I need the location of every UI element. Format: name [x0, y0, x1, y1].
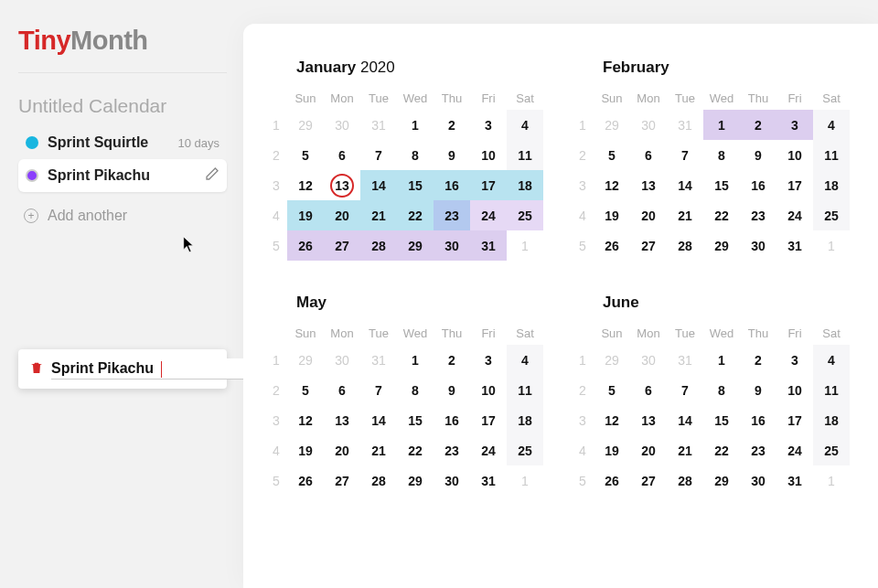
day-cell[interactable]: 20 [630, 435, 667, 465]
day-cell[interactable]: 20 [324, 200, 360, 230]
day-cell[interactable]: 3 [470, 110, 507, 140]
day-cell[interactable]: 5 [287, 375, 324, 405]
day-cell-today[interactable]: 13 [324, 170, 360, 200]
day-cell[interactable]: 4 [813, 110, 850, 140]
day-cell[interactable]: 26 [287, 230, 324, 261]
day-cell[interactable]: 31 [667, 345, 703, 375]
day-cell[interactable]: 17 [470, 170, 507, 200]
day-cell[interactable]: 7 [360, 375, 397, 405]
day-cell[interactable]: 22 [397, 435, 434, 465]
day-cell[interactable]: 26 [594, 465, 630, 496]
day-cell[interactable]: 24 [776, 435, 813, 465]
day-cell[interactable]: 9 [434, 140, 470, 170]
day-cell[interactable]: 25 [813, 435, 850, 465]
sprint-name-input[interactable] [51, 358, 243, 380]
day-cell[interactable]: 30 [434, 465, 470, 496]
day-cell[interactable]: 14 [360, 170, 397, 200]
day-cell[interactable]: 30 [324, 345, 360, 375]
day-cell[interactable]: 30 [324, 110, 360, 140]
day-cell[interactable]: 27 [630, 465, 667, 496]
day-cell[interactable]: 16 [434, 405, 470, 435]
day-cell[interactable]: 1 [507, 230, 543, 261]
day-cell[interactable]: 9 [740, 375, 776, 405]
day-cell[interactable]: 16 [740, 170, 776, 200]
day-cell[interactable]: 7 [360, 140, 397, 170]
day-cell[interactable]: 2 [740, 345, 776, 375]
day-cell[interactable]: 12 [287, 405, 324, 435]
day-cell[interactable]: 8 [703, 140, 740, 170]
day-cell[interactable]: 19 [287, 435, 324, 465]
day-cell[interactable]: 19 [287, 200, 324, 230]
day-cell[interactable]: 30 [740, 230, 776, 261]
sprint-row-pikachu[interactable]: Sprint Pikachu [18, 159, 227, 192]
day-cell[interactable]: 22 [703, 200, 740, 230]
day-cell[interactable]: 18 [813, 170, 850, 200]
day-cell[interactable]: 26 [594, 230, 630, 261]
day-cell[interactable]: 7 [667, 375, 703, 405]
day-cell[interactable]: 26 [287, 465, 324, 496]
day-cell[interactable]: 6 [324, 375, 360, 405]
day-cell[interactable]: 19 [594, 435, 630, 465]
day-cell[interactable]: 5 [287, 140, 324, 170]
day-cell[interactable]: 11 [507, 375, 543, 405]
day-cell[interactable]: 29 [287, 110, 324, 140]
day-cell[interactable]: 20 [630, 200, 667, 230]
day-cell[interactable]: 2 [434, 110, 470, 140]
day-cell[interactable]: 1 [703, 345, 740, 375]
day-cell[interactable]: 22 [397, 200, 434, 230]
day-cell[interactable]: 23 [740, 435, 776, 465]
day-cell[interactable]: 1 [813, 230, 850, 261]
day-cell[interactable]: 25 [507, 435, 543, 465]
day-cell[interactable]: 1 [397, 110, 434, 140]
day-cell[interactable]: 30 [630, 345, 667, 375]
day-cell[interactable]: 18 [507, 405, 543, 435]
day-cell[interactable]: 31 [667, 110, 703, 140]
day-cell[interactable]: 14 [667, 170, 703, 200]
day-cell[interactable]: 2 [740, 110, 776, 140]
day-cell[interactable]: 8 [397, 375, 434, 405]
day-cell[interactable]: 21 [667, 200, 703, 230]
day-cell[interactable]: 23 [434, 200, 470, 230]
day-cell[interactable]: 16 [740, 405, 776, 435]
day-cell[interactable]: 31 [470, 465, 507, 496]
day-cell[interactable]: 31 [360, 345, 397, 375]
day-cell[interactable]: 4 [507, 345, 543, 375]
day-cell[interactable]: 29 [397, 465, 434, 496]
day-cell[interactable]: 25 [507, 200, 543, 230]
day-cell[interactable]: 21 [667, 435, 703, 465]
day-cell[interactable]: 3 [470, 345, 507, 375]
day-cell[interactable]: 31 [470, 230, 507, 261]
day-cell[interactable]: 21 [360, 435, 397, 465]
day-cell[interactable]: 1 [703, 110, 740, 140]
day-cell[interactable]: 18 [813, 405, 850, 435]
day-cell[interactable]: 27 [324, 230, 360, 261]
day-cell[interactable]: 6 [324, 140, 360, 170]
day-cell[interactable]: 19 [594, 200, 630, 230]
day-cell[interactable]: 28 [667, 230, 703, 261]
day-cell[interactable]: 31 [360, 110, 397, 140]
day-cell[interactable]: 3 [776, 345, 813, 375]
day-cell[interactable]: 1 [813, 465, 850, 496]
day-cell[interactable]: 29 [287, 345, 324, 375]
day-cell[interactable]: 12 [594, 405, 630, 435]
day-cell[interactable]: 15 [397, 405, 434, 435]
day-cell[interactable]: 5 [594, 140, 630, 170]
day-cell[interactable]: 28 [667, 465, 703, 496]
day-cell[interactable]: 28 [360, 465, 397, 496]
day-cell[interactable]: 29 [594, 110, 630, 140]
day-cell[interactable]: 24 [776, 200, 813, 230]
day-cell[interactable]: 4 [813, 345, 850, 375]
add-another-button[interactable]: + Add another [18, 199, 227, 232]
day-cell[interactable]: 30 [434, 230, 470, 261]
day-cell[interactable]: 24 [470, 200, 507, 230]
day-cell[interactable]: 10 [470, 140, 507, 170]
day-cell[interactable]: 28 [360, 230, 397, 261]
day-cell[interactable]: 13 [630, 405, 667, 435]
day-cell[interactable]: 30 [630, 110, 667, 140]
day-cell[interactable]: 17 [470, 405, 507, 435]
day-cell[interactable]: 11 [813, 375, 850, 405]
day-cell[interactable]: 16 [434, 170, 470, 200]
day-cell[interactable]: 14 [360, 405, 397, 435]
sprint-row-squirtle[interactable]: Sprint Squirtle 10 days [18, 126, 227, 159]
day-cell[interactable]: 9 [740, 140, 776, 170]
